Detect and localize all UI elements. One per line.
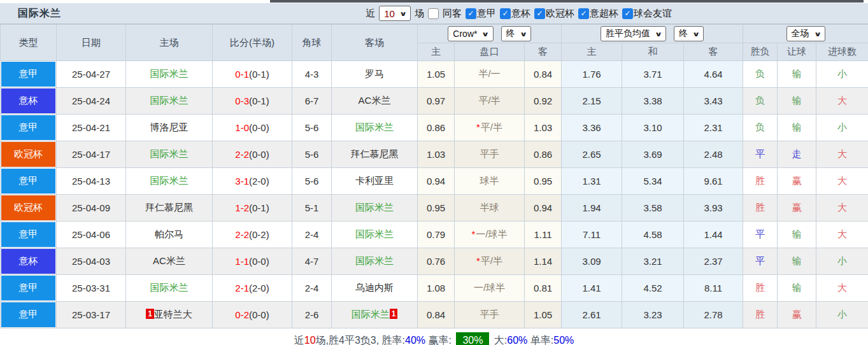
summary-bar: 近10场,胜4平3负3, 胜率:40% 赢率: 30% 大:60% 单率:50% [0, 328, 868, 345]
corner-cell: 5-6 [292, 141, 332, 168]
team-name-link[interactable]: 国际米兰 [150, 175, 189, 186]
handicap-text: 一/球半 [474, 282, 505, 293]
away-team-cell: 国际米兰 [332, 222, 418, 248]
result-goals-cell: 大 [816, 195, 868, 222]
checkbox-checked-icon[interactable]: ✓ [534, 8, 545, 19]
team-name-link[interactable]: 国际米兰 [355, 255, 394, 266]
result-header-group: 全场 ∨ [743, 25, 868, 43]
avg-away-cell: 2.48 [684, 141, 743, 168]
result-handicap-cell: 赢 [778, 168, 816, 195]
recent-count-select[interactable]: 10 ∨ [379, 6, 411, 21]
odds-home-cell: 0.97 [418, 88, 455, 115]
summary-segment: 赢率: [425, 335, 454, 345]
league-badge: 意甲 [1, 62, 55, 87]
match-row: 意杯25-04-03AC米兰1-1(0-0)4-7国际米兰0.76*平/半1.1… [1, 248, 868, 275]
result-goals-cell: 大 [816, 222, 868, 248]
handicap-cell: *平/半 [455, 115, 525, 141]
score-cell: 1-2(0-1) [213, 195, 292, 222]
team-name-link[interactable]: 帕尔马 [155, 229, 183, 239]
chevron-down-icon: ∨ [655, 31, 662, 38]
subcol-avg-away: 客 [684, 43, 743, 61]
chevron-down-icon: ∨ [813, 31, 821, 38]
team-name-link[interactable]: 国际米兰 [150, 68, 189, 79]
same-venue-checkbox[interactable] [428, 8, 439, 19]
result-handicap-cell: 输 [778, 222, 816, 248]
result-wdl-cell: 胜 [743, 275, 778, 302]
checkbox-checked-icon[interactable]: ✓ [622, 8, 633, 19]
summary-segment: 60% [507, 335, 527, 345]
result-wdl-cell: 负 [743, 115, 778, 141]
home-team-cell: 博洛尼亚 [126, 115, 213, 141]
avg-draw-cell: 3.38 [622, 88, 684, 115]
score-cell: 0-2(0-0) [213, 302, 292, 328]
avg-odds-select[interactable]: 胜平负均值 ∨ [601, 26, 666, 41]
handicap-cell: 半/一 [455, 61, 525, 88]
handicap-cell: 平手 [455, 302, 525, 328]
team-name-link[interactable]: 博洛尼亚 [150, 122, 189, 132]
score-cell: 2-2(0-2) [213, 222, 292, 248]
col-header-score: 比分(半场) [213, 25, 292, 61]
handicap-cell: 一/球半 [455, 275, 525, 302]
home-team-cell: 国际米兰 [126, 168, 213, 195]
avg-home-cell: 7.11 [562, 222, 622, 248]
league-badge: 意甲 [1, 302, 55, 327]
recent-label: 近 [366, 8, 375, 20]
handicap-text: 半球 [480, 202, 499, 213]
result-handicap-cell: 输 [778, 115, 816, 141]
match-date: 25-04-13 [57, 168, 126, 195]
horizontal-scrollbar-thumb[interactable] [270, 0, 864, 3]
checkbox-checked-icon[interactable]: ✓ [578, 8, 589, 19]
summary-segment: 近 [294, 335, 304, 345]
checkbox-checked-icon[interactable]: ✓ [466, 8, 476, 19]
star-marker: * [471, 229, 475, 239]
league-badge: 意甲 [1, 222, 55, 247]
league-badge: 意杯 [1, 249, 55, 274]
odds-home-cell: 1.03 [418, 141, 455, 168]
team-name-link[interactable]: AC米兰 [359, 95, 391, 106]
team-name-link[interactable]: 国际米兰 [355, 122, 394, 132]
league-filter-label: 意甲 [477, 8, 496, 20]
checkbox-checked-icon[interactable]: ✓ [500, 8, 511, 19]
odds-final-select[interactable]: 终 ∨ [501, 26, 531, 41]
team-name-link[interactable]: 国际米兰 [355, 229, 394, 239]
team-name-link[interactable]: AC米兰 [153, 255, 185, 266]
home-team-cell: AC米兰 [126, 248, 213, 275]
summary-segment: 50% [553, 335, 574, 345]
team-name-link[interactable]: 罗马 [365, 68, 384, 79]
league-type-cell: 意甲 [1, 115, 57, 141]
team-name-link[interactable]: 国际米兰 [355, 202, 394, 213]
summary-segment: 10 [304, 335, 316, 345]
league-type-cell: 意杯 [1, 88, 57, 115]
team-name-link[interactable]: 亚特兰大 [154, 309, 192, 320]
full-match-select[interactable]: 全场 ∨ [786, 26, 825, 41]
same-venue-label: 同客 [443, 8, 462, 20]
league-type-cell: 欧冠杯 [1, 141, 57, 168]
match-date: 25-03-31 [57, 275, 126, 302]
odds-away-cell: 0.86 [525, 141, 562, 168]
team-name-link[interactable]: 国际米兰 [352, 309, 390, 320]
team-name-link[interactable]: 国际米兰 [150, 282, 189, 293]
avg-draw-cell: 3.58 [622, 195, 684, 222]
team-name-link[interactable]: 国际米兰 [150, 95, 189, 106]
match-date: 25-04-17 [57, 141, 126, 168]
chevron-down-icon: ∨ [399, 10, 407, 17]
result-goals-cell: 大 [816, 141, 868, 168]
odds-away-cell: 1.03 [525, 115, 562, 141]
odds-away-cell: 0.92 [525, 88, 562, 115]
league-filter-ucl: ✓ 欧冠杯 [534, 8, 574, 20]
team-name-link[interactable]: 乌迪内斯 [355, 282, 394, 293]
match-rows: 意甲25-04-27国际米兰0-1(0-1)4-3罗马1.05半/一0.841.… [1, 61, 868, 328]
handicap-text: 半/一 [478, 68, 500, 79]
odds-provider-select[interactable]: Crow* ∨ [448, 26, 493, 41]
away-team-cell: 拜仁慕尼黑 [332, 141, 418, 168]
full-time-score: 1-1 [235, 256, 249, 267]
avg-final-select[interactable]: 终 ∨ [674, 26, 704, 41]
avg-draw-cell: 3.71 [622, 61, 684, 88]
team-name-link[interactable]: 拜仁慕尼黑 [145, 202, 193, 213]
team-name-link[interactable]: 国际米兰 [150, 148, 189, 159]
match-row: 欧冠杯25-04-09拜仁慕尼黑1-2(0-1)5-1国际米兰0.95半球0.9… [1, 195, 868, 222]
team-name-link[interactable]: 卡利亚里 [355, 175, 394, 186]
corner-cell: 6-7 [292, 88, 332, 115]
avg-away-cell: 9.61 [684, 168, 743, 195]
team-name-link[interactable]: 拜仁慕尼黑 [351, 148, 399, 159]
